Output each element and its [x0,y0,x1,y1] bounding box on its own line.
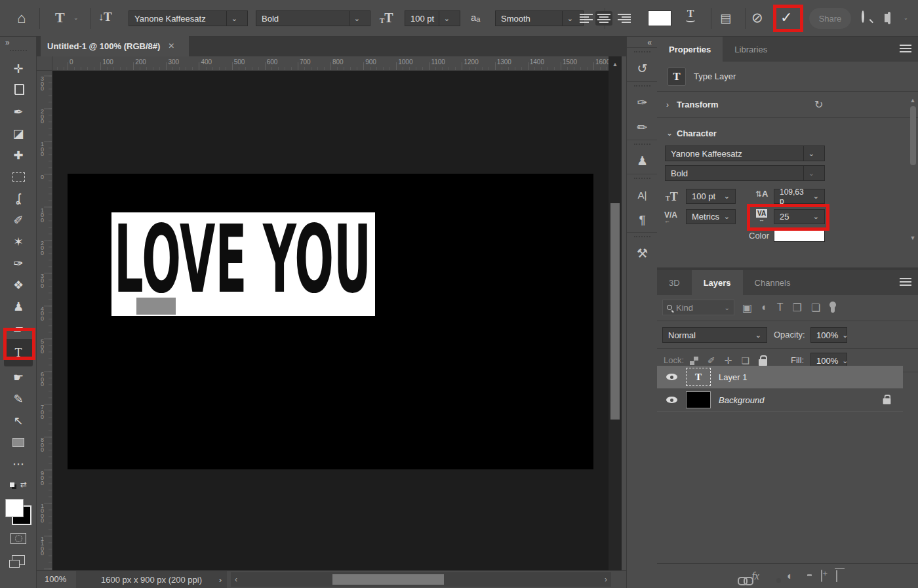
chevron-down-icon[interactable]: ⌄ [349,11,365,26]
magic-wand-tool[interactable]: ✶ [4,231,33,252]
zoom-level[interactable]: 100% [45,574,66,584]
lasso-tool[interactable]: ʆ [4,187,33,209]
font-family-select[interactable]: Yanone Kaffeesatz ⌄ [129,10,248,26]
vertical-scroll-thumb[interactable] [610,203,620,420]
warp-text-icon[interactable]: T [686,9,695,22]
chevron-down-icon[interactable]: ⌄ [720,212,730,221]
move-tool[interactable]: ✛ [4,58,33,79]
scroll-left-icon[interactable]: ‹ [235,575,237,584]
quick-mask-mode[interactable] [4,528,33,549]
marquee-tool[interactable] [4,166,33,187]
image-icon[interactable]: ▣ [742,302,752,314]
commit-edit-icon[interactable]: ✓ [780,9,792,26]
healing-brush-tool[interactable]: ✚ [4,144,33,166]
adjustment-icon[interactable]: ◐ [761,302,768,313]
delete-layer-button[interactable] [836,570,837,582]
panel-scroll-up-icon[interactable]: ▲ [909,97,917,104]
shape-filter-icon[interactable]: ❒ [793,302,802,314]
smudge-tool[interactable]: ☛ [4,366,33,388]
chevron-down-icon[interactable]: ⌄ [803,146,819,161]
lock-brush-icon[interactable]: ✐ [708,355,715,366]
vertical-scrollbar[interactable]: ▲ [609,56,622,570]
layer-row-layer-1[interactable]: TLayer 1 [657,366,903,389]
visibility-toggle[interactable] [657,397,686,403]
path-selection-tool[interactable]: ↖ [4,410,33,431]
panel-menu-icon[interactable] [900,278,911,286]
scroll-up-icon[interactable]: ▲ [609,61,622,68]
cancel-edit-icon[interactable]: ⊘ [751,10,763,26]
checkerboard-icon[interactable] [690,357,698,365]
scroll-right-icon[interactable]: › [605,575,607,584]
chevron-down-icon[interactable]: ⌄ [803,166,819,180]
chevron-down-icon[interactable]: ⌄ [725,304,730,311]
filter-toggle-icon[interactable] [829,302,836,313]
swap-colors[interactable] [4,475,33,496]
chevron-down-icon[interactable]: ⌄ [838,357,848,365]
panel-menu-icon[interactable] [900,45,911,52]
opacity-select[interactable]: 100% ⌄ [810,327,847,343]
lock-move-icon[interactable]: ✛ [725,355,732,366]
type-tool-chevron-icon[interactable]: ⌄ [73,14,79,21]
new-layer-button[interactable] [821,570,822,582]
text-layer-box[interactable]: LOVE YOU [111,212,375,316]
text-orientation-icon[interactable]: ↓T [98,10,112,24]
chevron-down-icon[interactable]: ⌄ [562,11,578,26]
brush-tool[interactable]: ✐ [4,209,33,231]
brush-settings-panel[interactable]: ✑ [627,81,658,115]
horizontal-scrollbar[interactable]: ‹ › [231,572,611,587]
eyedropper-tool[interactable]: ✒ [4,101,33,123]
pen-tool[interactable]: ✎ [4,388,33,410]
type-tool[interactable]: T [4,339,33,366]
char-font-family-select[interactable]: Yanone Kaffeesatz ⌄ [665,146,825,161]
tab-3d[interactable]: 3D [657,270,692,295]
character-color-swatch[interactable] [774,229,825,242]
chevron-down-icon[interactable]: ⌄ [838,331,848,340]
align-right-icon[interactable] [618,14,631,23]
font-size-select[interactable]: 100 pt ⌄ [405,10,460,26]
character-panel[interactable]: A| [627,174,658,208]
chevron-down-icon[interactable]: ⌄ [439,11,454,26]
lock-icon[interactable] [759,359,767,366]
workspace-icon[interactable] [888,12,890,24]
chevron-down-icon[interactable]: ⌄ [809,192,819,201]
document-info[interactable]: 1600 px x 900 px (200 ppi) › [76,571,227,588]
chevron-down-icon[interactable]: ⌄ [226,11,242,26]
tab-layers[interactable]: Layers [692,270,743,295]
eraser-tool[interactable]: ▱ [4,317,33,339]
char-leading-select[interactable]: 109,63 p ⌄ [774,189,825,204]
home-icon[interactable]: ⌂ [17,10,26,27]
search-icon[interactable] [862,10,864,23]
workspace-chevron-icon[interactable]: ⌄ [904,15,908,21]
character-section-header[interactable]: ⌄ Character [657,122,918,144]
anti-alias-select[interactable]: Smooth ⌄ [495,10,584,26]
panel-collapse-icon[interactable]: « [647,38,652,47]
panel-scroll-thumb[interactable] [910,106,916,165]
tab-channels[interactable]: Channels [743,270,803,295]
chevron-right-icon[interactable]: › [666,100,677,109]
toolbar-collapse-icon[interactable]: » [5,38,10,47]
blend-mode-select[interactable]: Normal ⌄ [662,327,767,343]
transform-section-header[interactable]: › Transform ↺ [657,92,918,118]
chevron-down-icon[interactable]: ⌄ [666,128,677,138]
chevron-down-icon[interactable]: ⌄ [809,212,819,221]
tab-libraries[interactable]: Libraries [723,37,779,62]
tab-properties[interactable]: Properties [657,37,723,62]
reset-transform-icon[interactable]: ↺ [814,98,823,111]
tool-presets-panel[interactable]: ⚒ [627,232,658,266]
font-style-select[interactable]: Bold ⌄ [256,10,370,26]
char-font-style-select[interactable]: Bold ⌄ [665,165,825,181]
history-panel[interactable]: ↺ [627,47,658,81]
paragraph-panel[interactable]: ¶ [627,208,658,232]
adjustment-layer-button[interactable]: ◐ [787,570,793,582]
share-button[interactable]: Share [809,8,851,29]
chevron-down-icon[interactable]: ⌄ [720,192,730,201]
layer-row-background[interactable]: Background [657,389,903,412]
visibility-toggle[interactable] [657,374,686,380]
clone-source-panel[interactable]: ♟ [627,140,658,174]
align-center-icon[interactable] [595,11,612,26]
lock-artboard-icon[interactable]: ❏ [741,355,749,366]
toolbar-grip[interactable] [10,50,27,51]
screen-mode[interactable] [4,549,33,571]
color-sampler-tool[interactable]: ✑ [4,252,33,274]
horizontal-scroll-thumb[interactable] [332,574,444,585]
